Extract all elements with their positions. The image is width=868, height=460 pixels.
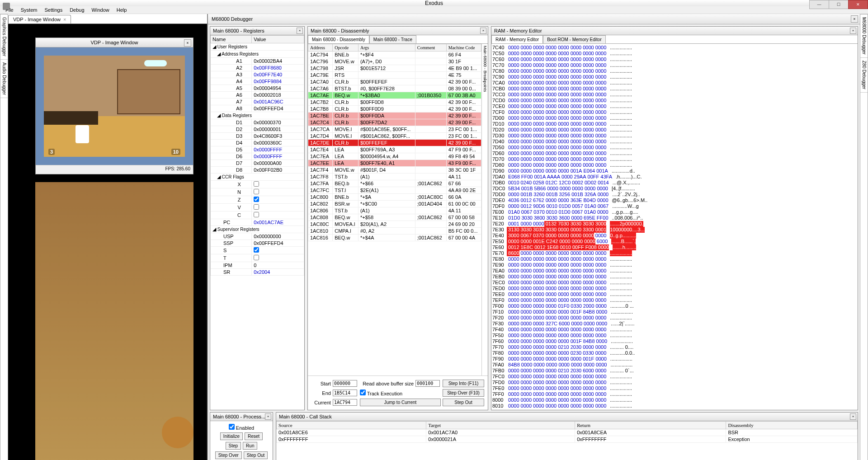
ram-row[interactable]: 7F30 0000 0000 0000 327C 6000 0000 0000 … (492, 321, 857, 327)
ram-row[interactable]: 7DB0 0010 0240 0258 012C 12C0 0002 0D02 … (492, 180, 857, 186)
ram-row[interactable]: 7E90 0000 0000 0000 0000 0000 0000 0000 … (492, 262, 857, 268)
vdp-window[interactable]: VDP - Image Window × 3 10 (35, 38, 193, 174)
disasm-row[interactable]: 1AC794BNE.b*+$F466 F4 (308, 52, 481, 58)
disasm-row[interactable]: 1AC7FABEQ.b*+$66;001AC86267 66 (308, 180, 481, 187)
ram-row[interactable]: 7D90 0000 0000 0000 0000 0000 001A E064 … (492, 168, 857, 174)
ram-row[interactable]: 7E70 8600 0000 0000 0000 0000 0000 0000 … (492, 250, 857, 256)
disasm-row[interactable]: 1AC810CMPA.l#0, A2B5 FC 00 0... (308, 228, 481, 235)
ram-row[interactable]: 7D30 0000 0000 0000 0000 0000 0000 0000 … (492, 133, 857, 139)
ram-row[interactable]: 7D00 0000 0000 0000 0000 0000 0000 0000 … (492, 115, 857, 121)
disasm-row[interactable]: 1AC7A6BTST.b#0, $00FF7E2808 39 00 0... (308, 85, 481, 92)
ram-row[interactable]: 7FC0 0000 0000 0000 0000 0000 0000 0000 … (492, 374, 857, 380)
disasm-row[interactable]: 1AC800BNE.b*+$A;001AC80C66 0A (308, 194, 481, 201)
ram-row[interactable]: 7EB0 0000 0000 0000 0000 0000 0000 0000 … (492, 274, 857, 280)
ram-row[interactable]: 7DF0 0000 0012 90D6 0010 01D0 0057 01A0 … (492, 203, 857, 209)
vtab-z80-debugger[interactable]: Z80 Debugger (860, 58, 868, 93)
vtab-audio-debugger[interactable]: Audio Debugger (0, 60, 8, 98)
disasm-row[interactable]: 1AC798JSR$001E57124E B9 00 1... (308, 65, 481, 72)
ram-row[interactable]: 7CC0 0000 0000 0000 0000 0000 0000 0000 … (492, 92, 857, 98)
ram-row[interactable]: 7F20 0000 0000 0000 0000 0000 0000 0000 … (492, 315, 857, 321)
ram-row[interactable]: 7C80 0000 0000 0000 0000 0000 0000 0000 … (492, 68, 857, 74)
ram-row[interactable]: 7D60 0000 0000 0000 0000 0000 0000 0000 … (492, 150, 857, 156)
step-out-button[interactable]: Step Out (443, 399, 484, 406)
reset-button[interactable]: Reset (245, 432, 263, 440)
disasm-row[interactable]: 1AC7C4CLR.b$00FF7DA242 39 00 F... (308, 119, 481, 126)
vtab-m68000-debugger[interactable]: M68000 Debugger (860, 14, 868, 58)
ram-row[interactable]: 7E00 01A0 0067 0370 0010 01D0 0067 01A0 … (492, 209, 857, 215)
menu-system[interactable]: System (17, 6, 41, 14)
ram-row[interactable]: 7EC0 0000 0000 0000 0000 0000 0000 0000 … (492, 280, 857, 286)
disasm-row[interactable]: 1AC7F8TST.b(A1)4A 11 (308, 174, 481, 180)
ram-row[interactable]: 7EF0 0000 0000 0000 0000 0000 0000 0000 … (492, 297, 857, 303)
ram-row[interactable]: 7D80 0000 0000 0000 0000 0000 0000 0000 … (492, 162, 857, 168)
ram-row[interactable]: 7E50 0000 0000 001E C242 0000 0000 0000 … (492, 239, 857, 244)
disasm-row[interactable]: 1AC7A0CLR.b$00FFEFEF42 39 00 F... (308, 79, 481, 85)
ram-row[interactable]: 7CA0 0000 0000 0000 0000 0000 0000 0000 … (492, 80, 857, 86)
close-icon[interactable]: × (297, 28, 303, 34)
disasm-row[interactable]: 1AC7DECLR.b$00FFEFEF42 39 00 F... (308, 140, 481, 146)
ram-row[interactable]: 7DA0 E068 FF00 001A AAAA 0000 29AA 00FF … (492, 174, 857, 180)
track-execution-checkbox[interactable] (360, 390, 366, 395)
ram-row[interactable]: 7E30 3130 3030 3030 3030 0000 0000 3300 … (492, 227, 857, 233)
end-input[interactable] (333, 390, 357, 396)
run-button[interactable]: Run (243, 442, 257, 450)
ram-row[interactable]: 7F10 0000 0000 0000 0000 0000 001F 84B8 … (492, 309, 857, 315)
tab-ram-memory-editor[interactable]: RAM - Memory Editor (491, 35, 543, 43)
menu-window[interactable]: Window (88, 6, 113, 14)
ram-row[interactable]: 7E40 3000 0067 0370 0000 0000 0000 0000 … (492, 233, 857, 239)
step-over-button[interactable]: Step Over (F10) (443, 389, 484, 397)
tab-main-68000-disassembly[interactable]: Main 68000 - Disassembly (308, 35, 369, 43)
initialize-button[interactable]: Initialize (220, 432, 243, 440)
ram-row[interactable]: 7DE0 4036 0012 6762 0000 0000 363E B04D … (492, 197, 857, 203)
ram-row[interactable]: 7FF0 0000 0000 0000 0000 0000 0000 0000 … (492, 391, 857, 397)
ram-row[interactable]: 7FE0 0000 0000 0000 0000 0000 0000 0000 … (492, 385, 857, 391)
close-icon[interactable]: × (480, 28, 486, 34)
disasm-row[interactable]: 1AC7D4MOVE.l#$001AC862, $00FF...23 FC 00… (308, 133, 481, 140)
ram-row[interactable]: 7E80 0000 0000 0000 0000 0000 0000 0000 … (492, 256, 857, 262)
disasm-row[interactable]: 1AC806TST.b(A1)4A 11 (308, 207, 481, 214)
stepout-button[interactable]: Step Out (244, 451, 268, 459)
disasm-row[interactable]: 1AC816BEQ.w*+$4A;001AC86267 00 00 4A (308, 235, 481, 241)
close-icon[interactable]: × (184, 39, 191, 47)
ram-row[interactable]: 7ED0 0000 0000 0000 0000 0000 0000 0000 … (492, 286, 857, 291)
ram-row[interactable]: 7C70 0000 0000 0000 0000 0000 0000 0000 … (492, 62, 857, 68)
start-input[interactable] (333, 380, 357, 387)
ram-row[interactable]: 7F50 0000 0000 0000 0000 0000 0000 0000 … (492, 333, 857, 338)
maximize-button[interactable]: ☐ (829, 0, 849, 9)
ram-row[interactable]: 7E60 0012 1E8C 0012 1E68 0010 00FF F008 … (492, 244, 857, 250)
tab-boot-rom-memory-editor[interactable]: Boot ROM - Memory Editor (543, 35, 606, 43)
disasm-row[interactable]: 1AC7CAMOVE.l#$001AC85E, $00FF...23 FC 00… (308, 126, 481, 133)
ram-row[interactable]: 7D70 0000 0000 0000 0000 0000 0000 0000 … (492, 156, 857, 162)
ram-row[interactable]: 7F70 0000 0000 0000 0000 0210 2030 0000 … (492, 344, 857, 350)
ram-row[interactable]: 7DC0 5B34 001B 5B66 0000 0000 0000 0000 … (492, 186, 857, 192)
ram-row[interactable]: 7CE0 0000 0000 0000 0000 0000 0000 0000 … (492, 103, 857, 109)
buffer-input[interactable] (415, 380, 440, 387)
ram-row[interactable]: 7C90 0000 0000 0000 0000 0000 0000 0000 … (492, 74, 857, 80)
ram-row[interactable]: 7C50 0000 0000 0000 0000 0000 0000 0000 … (492, 51, 857, 56)
stepover-button[interactable]: Step Over (215, 451, 242, 459)
disasm-row[interactable]: 1AC80CMOVEA.l$20(A1), A224 69 00 20 (308, 221, 481, 228)
call-row[interactable]: 0x001A8CE60x001AC7A00x001A8CEABSR (277, 429, 858, 436)
breakpoints-sidetab[interactable]: Main 68000 - Breakpoints (481, 44, 488, 376)
disasm-row[interactable]: 1AC7EELEA$00FF7E40, A143 F9 00 F... (308, 160, 481, 167)
close-icon[interactable]: × (265, 413, 271, 420)
step-into-button[interactable]: Step Into (F11) (443, 380, 484, 387)
disasm-row[interactable]: 1AC7E4LEA$00FF769A, A347 F9 00 F... (308, 146, 481, 153)
step-button[interactable]: Step (226, 442, 241, 450)
ram-row[interactable]: 7EE0 0000 0000 0000 0000 0000 0000 0000 … (492, 291, 857, 297)
ram-row[interactable]: 7E20 0001 0000 0000 0132 7030 3030 3030 … (492, 221, 857, 227)
disasm-row[interactable]: 1AC79ERTS4E 75 (308, 72, 481, 79)
disasm-row[interactable]: 1AC7EALEA$00004954.w, A449 F8 49 54 (308, 153, 481, 160)
disasm-row[interactable]: 1AC808BEQ.w*+$58;001AC86267 00 00 58 (308, 214, 481, 221)
disasm-row[interactable]: 1AC7B8CLR.b$00FF0D942 39 00 F... (308, 106, 481, 113)
menu-debug[interactable]: Debug (66, 6, 88, 14)
tab-close-icon[interactable]: × (63, 17, 66, 22)
current-input[interactable] (333, 399, 357, 406)
ram-row[interactable]: 7C40 0000 0000 0000 0000 0000 0000 0000 … (492, 45, 857, 51)
ram-row[interactable]: 7F60 0000 0000 0000 0000 0000 001F 84B8 … (492, 338, 857, 344)
close-icon[interactable]: × (850, 413, 856, 420)
close-icon[interactable]: × (851, 15, 858, 23)
menu-settings[interactable]: Settings (41, 6, 66, 14)
disasm-row[interactable]: 1AC7BECLR.b$00FF0DA42 39 00 F... (308, 113, 481, 119)
ram-row[interactable]: 8010 0000 0000 0000 0000 0000 0000 0000 … (492, 403, 857, 409)
